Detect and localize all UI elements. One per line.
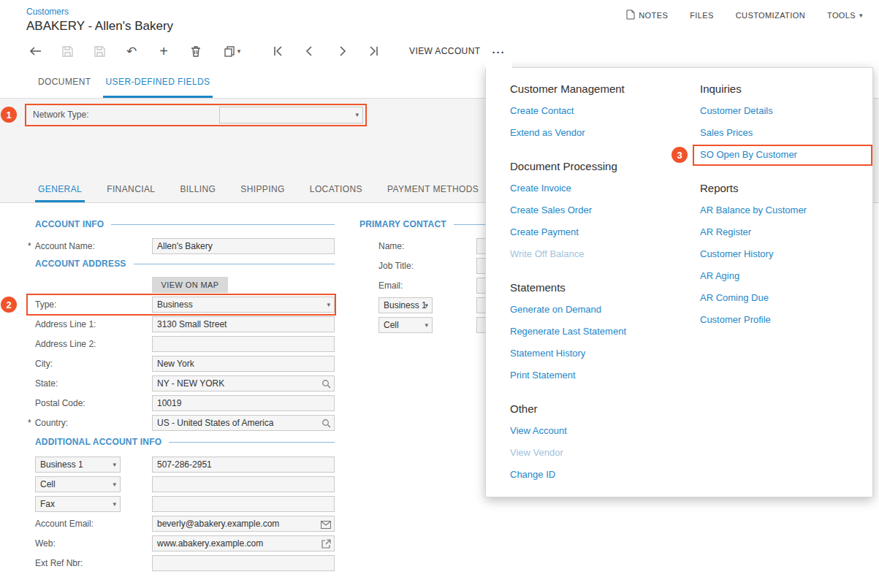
fax-field[interactable] (152, 496, 335, 512)
menu-item-print-statement[interactable]: Print Statement (510, 364, 682, 386)
envelope-icon[interactable] (321, 519, 331, 532)
menu-item-extend-as-vendor[interactable]: Extend as Vendor (510, 122, 682, 144)
contact-phone2-type-dropdown[interactable]: Cell ▾ (378, 317, 433, 333)
menu-item-create-invoice[interactable]: Create Invoice (510, 177, 682, 199)
address-line1-field[interactable]: 3130 Small Street (152, 316, 335, 332)
account-email-field[interactable]: beverly@abakery.example.com (152, 516, 335, 532)
state-lookup-field[interactable]: NY - NEW YORK (152, 375, 335, 392)
delete-button[interactable] (183, 39, 209, 63)
tab-user-defined-fields[interactable]: USER-DEFINED FIELDS (103, 67, 213, 98)
tab-document[interactable]: DOCUMENT (35, 67, 94, 98)
city-label: City: (35, 356, 53, 372)
annotation-badge-3: 3 (671, 147, 688, 163)
menu-section-reports: Reports (700, 177, 872, 199)
customization-button[interactable]: CUSTOMIZATION (736, 11, 805, 20)
menu-item-write-off-balance: Write Off Balance (510, 243, 682, 265)
phone1-type-dropdown[interactable]: Business 1 ▾ (35, 457, 121, 473)
menu-item-ar-register[interactable]: AR Register (700, 221, 872, 243)
action-menu-left-column: Customer Management Create Contact Exten… (510, 68, 682, 486)
required-marker: * (28, 415, 31, 431)
tab-general[interactable]: GENERAL (35, 178, 85, 202)
menu-item-customer-profile[interactable]: Customer Profile (700, 309, 872, 331)
action-menu-right-column: Inquiries Customer Details Sales Prices … (700, 68, 872, 331)
phone2-type-dropdown[interactable]: Cell ▾ (35, 476, 121, 492)
breadcrumb[interactable]: Customers (26, 7, 69, 17)
external-link-icon[interactable] (321, 538, 331, 551)
section-heading: PRIMARY CONTACT (359, 219, 446, 229)
files-label: FILES (690, 11, 714, 20)
menu-item-view-vendor: View Vendor (510, 442, 682, 464)
go-first-button[interactable] (265, 39, 291, 63)
phone1-field[interactable]: 507-286-2951 (152, 457, 335, 473)
go-last-button[interactable] (361, 39, 387, 63)
menu-item-customer-history[interactable]: Customer History (700, 243, 872, 265)
menu-section-statements: Statements (510, 277, 682, 299)
tab-shipping[interactable]: SHIPPING (237, 178, 288, 202)
toolbar: ↶ + ▾ VIEW ACCOUNT (0, 35, 879, 67)
menu-item-change-id[interactable]: Change ID (510, 464, 682, 486)
menu-section-customer-management: Customer Management (510, 78, 682, 100)
view-account-button[interactable]: VIEW ACCOUNT (403, 42, 486, 61)
tab-payment-methods[interactable]: PAYMENT METHODS (384, 178, 482, 202)
menu-item-sales-prices[interactable]: Sales Prices (700, 122, 872, 144)
header-actions: NOTES FILES CUSTOMIZATION TOOLS ▾ (626, 9, 863, 21)
tab-locations[interactable]: LOCATIONS (307, 178, 365, 202)
menu-item-statement-history[interactable]: Statement History (510, 343, 682, 364)
network-type-label: Network Type: (33, 107, 88, 123)
files-button[interactable]: FILES (690, 11, 714, 20)
tab-billing[interactable]: BILLING (177, 178, 218, 202)
menu-item-generate-on-demand[interactable]: Generate on Demand (510, 299, 682, 321)
magnifier-icon[interactable] (321, 418, 331, 431)
notes-button[interactable]: NOTES (626, 9, 668, 21)
annotation-badge-1: 1 (1, 107, 17, 123)
section-heading: ADDITIONAL ACCOUNT INFO (35, 437, 161, 447)
phone2-field[interactable] (152, 476, 335, 492)
address-line1-label: Address Line 1: (35, 316, 96, 332)
save-and-close-button (54, 39, 80, 63)
web-field[interactable]: www.abakery.example.com (152, 535, 335, 551)
network-type-dropdown[interactable]: ▾ (219, 107, 363, 123)
menu-item-ar-balance-by-customer[interactable]: AR Balance by Customer (700, 199, 872, 221)
menu-item-so-open-by-customer[interactable]: SO Open By Customer (700, 144, 872, 166)
menu-item-regenerate-last-statement[interactable]: Regenerate Last Statement (510, 321, 682, 343)
page-title: ABAKERY - Allen's Bakery (26, 19, 173, 34)
chevron-down-icon: ▾ (113, 458, 116, 472)
menu-section-other: Other (510, 398, 682, 420)
cancel-undo-button[interactable]: ↶ (118, 39, 145, 63)
clipboard-button[interactable]: ▾ (215, 39, 250, 63)
tab-financial[interactable]: FINANCIAL (104, 178, 158, 202)
country-lookup-field[interactable]: US - United States of America (152, 415, 335, 431)
go-previous-button[interactable] (297, 39, 323, 63)
fax-type-dropdown[interactable]: Fax ▾ (35, 496, 121, 512)
chevron-down-icon: ▾ (327, 298, 330, 312)
chevron-down-icon: ▾ (425, 318, 428, 332)
contact-phone1-type-dropdown[interactable]: Business 1 ▾ (378, 297, 433, 313)
menu-item-customer-details[interactable]: Customer Details (700, 100, 872, 122)
address-line2-field[interactable] (152, 336, 335, 352)
menu-item-ar-coming-due[interactable]: AR Coming Due (700, 287, 872, 309)
ext-ref-nbr-field[interactable] (152, 555, 335, 571)
go-next-button[interactable] (329, 39, 355, 63)
type-dropdown[interactable]: Business ▾ (152, 297, 335, 313)
menu-item-create-sales-order[interactable]: Create Sales Order (510, 199, 682, 221)
add-new-record-button[interactable]: + (151, 39, 177, 63)
back-button[interactable] (22, 39, 48, 63)
address-line2-label: Address Line 2: (35, 336, 96, 352)
account-name-field[interactable]: Allen's Bakery (152, 238, 335, 254)
view-on-map-button[interactable]: VIEW ON MAP (152, 277, 228, 293)
postal-code-field[interactable]: 10019 (152, 395, 335, 411)
annotation-badge-2: 2 (1, 297, 17, 313)
chevron-down-icon: ▾ (425, 299, 428, 313)
contact-name-label: Name: (378, 238, 404, 254)
postal-code-label: Postal Code: (35, 395, 85, 411)
city-field[interactable]: New York (152, 356, 335, 372)
menu-item-ar-aging[interactable]: AR Aging (700, 265, 872, 287)
menu-item-view-account[interactable]: View Account (510, 420, 682, 442)
more-actions-button[interactable]: ··· (485, 36, 512, 68)
magnifier-icon[interactable] (321, 378, 331, 392)
menu-item-create-contact[interactable]: Create Contact (510, 100, 682, 122)
tools-button[interactable]: TOOLS ▾ (827, 11, 863, 20)
menu-item-create-payment[interactable]: Create Payment (510, 221, 682, 243)
section-account-address: ACCOUNT ADDRESS (35, 259, 335, 269)
note-icon (626, 9, 635, 21)
